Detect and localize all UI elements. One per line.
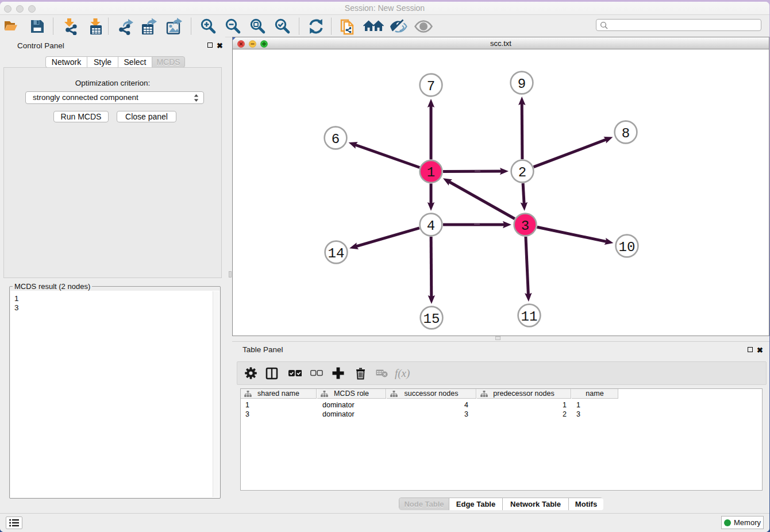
svg-text:3: 3 bbox=[521, 218, 529, 234]
svg-text:11: 11 bbox=[521, 309, 538, 325]
svg-text:2: 2 bbox=[518, 165, 526, 180]
svg-text:4: 4 bbox=[427, 218, 435, 234]
svg-text:7: 7 bbox=[427, 79, 435, 94]
svg-text:9: 9 bbox=[518, 76, 526, 92]
svg-text:10: 10 bbox=[619, 240, 636, 255]
svg-text:8: 8 bbox=[622, 126, 630, 141]
svg-text:6: 6 bbox=[332, 132, 340, 147]
svg-text:1: 1 bbox=[427, 165, 435, 180]
svg-text:15: 15 bbox=[424, 311, 440, 327]
svg-text:14: 14 bbox=[328, 246, 345, 261]
